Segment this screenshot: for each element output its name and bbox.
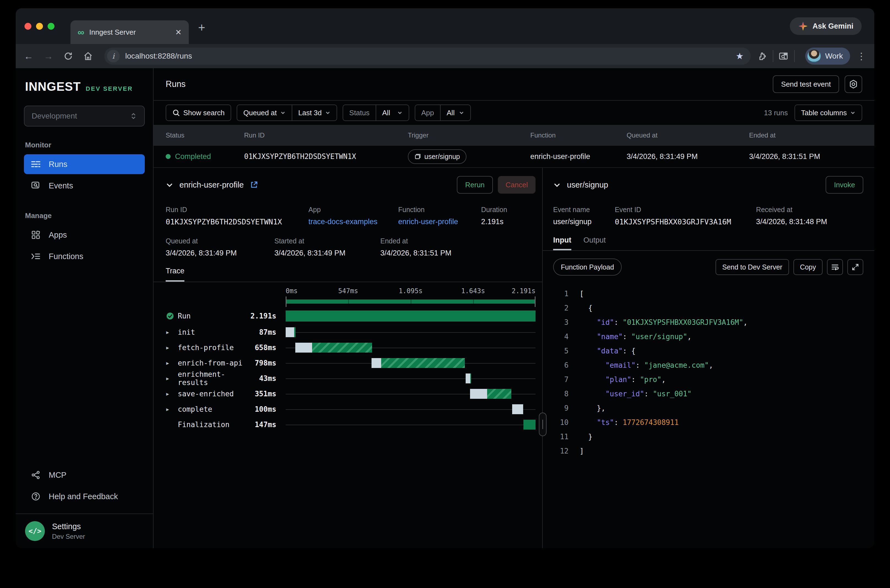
step-duration: 87ms <box>247 328 286 336</box>
send-to-dev-server-button[interactable]: Send to Dev Server <box>716 259 789 275</box>
sidebar-item-apps[interactable]: Apps <box>24 225 145 245</box>
tab-trace[interactable]: Trace <box>166 267 184 282</box>
expand-chevron-icon[interactable]: ▸ <box>166 390 173 397</box>
expand-chevron-icon[interactable]: ▸ <box>166 375 173 382</box>
profile-button[interactable]: Work <box>805 48 850 64</box>
rerun-button[interactable]: Rerun <box>457 176 493 194</box>
trace-row[interactable]: ▸enrichment-results43ms <box>166 371 535 386</box>
cancel-button[interactable]: Cancel <box>498 176 535 194</box>
trace-row[interactable]: Finalization147ms <box>166 417 535 432</box>
settings-gear-button[interactable] <box>845 75 862 93</box>
step-success-icon <box>166 312 173 320</box>
expand-button[interactable] <box>847 259 863 275</box>
line-number: 10 <box>553 418 568 426</box>
code-line: 5 "data": { <box>553 344 863 358</box>
sidebar-item-settings[interactable]: </> Settings Dev Server <box>16 513 153 548</box>
function-payload-button[interactable]: Function Payload <box>553 258 622 276</box>
expand-chevron-icon[interactable]: ▸ <box>166 360 173 366</box>
step-bar-hatch <box>381 358 465 368</box>
forward-icon[interactable]: → <box>44 51 53 62</box>
trigger-pill[interactable]: user/signup <box>408 149 466 164</box>
step-bar-queue <box>371 358 381 368</box>
runs-count: 13 runs <box>764 109 788 117</box>
tab-close-icon[interactable]: ✕ <box>175 28 182 37</box>
trace-row[interactable]: ▸init87ms <box>166 324 535 340</box>
browser-menu-icon[interactable]: ⋮ <box>857 51 866 62</box>
chevron-down-icon <box>459 110 464 116</box>
home-icon[interactable] <box>83 51 93 61</box>
new-tab-button[interactable]: + <box>198 21 205 34</box>
time-range-filter[interactable]: Last 3d <box>292 105 337 120</box>
status-filter[interactable]: Status All <box>343 105 409 121</box>
sidebar-item-runs[interactable]: Runs <box>24 154 145 174</box>
close-window-button[interactable] <box>24 23 32 30</box>
code-block[interactable]: 1[2 {3 "id": "01KJXSYPSFHBXX03GRJFV3A16M… <box>553 286 863 458</box>
panel-resize-handle[interactable] <box>539 412 547 436</box>
browser-tab[interactable]: ∞ Inngest Server ✕ <box>71 20 189 44</box>
minimize-window-button[interactable] <box>36 23 43 30</box>
line-number: 5 <box>553 347 568 355</box>
trace-row[interactable]: ▸complete100ms <box>166 402 535 417</box>
run-detail-title: enrich-user-profile <box>179 180 244 189</box>
step-timeline <box>286 386 535 402</box>
expand-chevron-icon[interactable]: ▸ <box>166 329 173 336</box>
sidebar: INNGEST DEV SERVER Development Monitor R… <box>16 68 153 548</box>
invoke-button[interactable]: Invoke <box>825 176 863 194</box>
tab-input[interactable]: Input <box>553 236 571 250</box>
step-duration: 2.191s <box>247 312 286 320</box>
trace-row[interactable]: ▸save-enriched351ms <box>166 386 535 402</box>
run-id-cell: 01KJXSYPZYB6TH2DSDSYETWN1X <box>244 152 408 160</box>
collapse-chevron-icon[interactable] <box>166 181 173 189</box>
expand-chevron-icon[interactable]: ▸ <box>166 406 173 412</box>
line-number: 11 <box>553 433 568 441</box>
tab-search-icon[interactable] <box>779 51 789 61</box>
gemini-icon <box>798 21 808 31</box>
chevron-down-icon <box>397 110 403 116</box>
collapse-chevron-icon[interactable] <box>553 181 561 189</box>
run-meta-item: Started at3/4/2026, 8:31:49 PM <box>274 237 380 257</box>
step-duration: 43ms <box>247 374 286 382</box>
step-name: fetch-profile <box>178 344 243 352</box>
function-cell: enrich-user-profile <box>530 152 627 161</box>
tab-output[interactable]: Output <box>583 236 606 250</box>
table-row[interactable]: Completed 01KJXSYPZYB6TH2DSDSYETWN1X use… <box>153 146 874 168</box>
event-detail-panel: user/signup Invoke Event nameuser/signup… <box>543 168 874 548</box>
axis-tick-label: 1.643s <box>461 287 485 295</box>
back-icon[interactable]: ← <box>24 51 33 62</box>
sidebar-item-events[interactable]: Events <box>24 176 145 195</box>
word-wrap-button[interactable] <box>827 259 843 275</box>
trace-minimap[interactable] <box>286 296 535 308</box>
sidebar-item-functions[interactable]: Functions <box>24 246 145 266</box>
line-number: 7 <box>553 375 568 384</box>
step-duration: 147ms <box>247 420 286 429</box>
sidebar-item-help[interactable]: Help and Feedback <box>24 486 145 506</box>
queued-at-filter[interactable]: Queued at <box>237 105 292 120</box>
maximize-window-button[interactable] <box>48 23 54 30</box>
code-line: 4 "name": "user/signup", <box>553 330 863 344</box>
url-bar[interactable]: i localhost:8288/runs ★ <box>104 48 751 64</box>
external-link-icon[interactable] <box>250 181 258 189</box>
step-timeline <box>286 308 535 324</box>
reload-icon[interactable] <box>63 51 73 61</box>
runs-header: Runs Send test event <box>153 68 874 100</box>
expand-chevron-icon[interactable]: ▸ <box>166 344 173 351</box>
sidebar-item-mcp[interactable]: MCP <box>24 465 145 485</box>
site-info-icon[interactable]: i <box>107 50 120 62</box>
trace-row[interactable]: Run2.191s <box>166 308 535 324</box>
app-filter[interactable]: App All <box>415 105 471 121</box>
chevron-down-icon <box>325 110 331 116</box>
show-search-button[interactable]: Show search <box>166 105 231 121</box>
trace-row[interactable]: ▸enrich-from-api798ms <box>166 356 535 371</box>
environment-select[interactable]: Development <box>24 106 145 126</box>
table-columns-button[interactable]: Table columns <box>794 105 862 121</box>
line-number: 2 <box>553 304 568 312</box>
send-test-event-button[interactable]: Send test event <box>773 75 839 93</box>
extensions-icon[interactable] <box>758 51 767 61</box>
event-tabs: Input Output <box>543 236 874 251</box>
window-controls <box>24 23 54 30</box>
copy-button[interactable]: Copy <box>794 259 822 275</box>
trace-row[interactable]: ▸fetch-profile658ms <box>166 340 535 356</box>
event-meta-item: Event nameuser/signup <box>553 206 615 226</box>
bookmark-star-icon[interactable]: ★ <box>736 51 744 62</box>
ask-gemini-button[interactable]: Ask Gemini <box>790 17 861 35</box>
